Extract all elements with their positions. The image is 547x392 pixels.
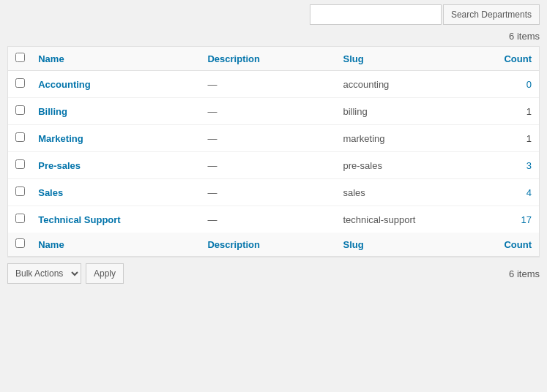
footer-slug: Slug	[335, 233, 471, 257]
row-checkbox-cell	[8, 152, 31, 179]
table-row: Technical Support — technical-support 17	[8, 206, 539, 233]
search-input[interactable]	[310, 4, 442, 25]
header-count: Count	[471, 47, 539, 71]
table-row: Pre-sales — pre-sales 3	[8, 152, 539, 179]
table-footer-row: Name Description Slug Count	[8, 233, 539, 257]
row-count: 1	[471, 125, 539, 152]
select-all-checkbox-footer[interactable]	[15, 238, 25, 248]
header-checkbox-cell	[8, 47, 31, 71]
header-name[interactable]: Name	[31, 47, 200, 71]
row-slug: pre-sales	[335, 152, 471, 179]
row-count: 0	[471, 71, 539, 98]
table-row: Marketing — marketing 1	[8, 125, 539, 152]
row-slug: sales	[335, 179, 471, 206]
row-description: —	[200, 179, 335, 206]
row-checkbox-cell	[8, 179, 31, 206]
row-name[interactable]: Technical Support	[31, 206, 200, 233]
row-name[interactable]: Billing	[31, 98, 200, 125]
row-description: —	[200, 152, 335, 179]
row-count: 4	[471, 179, 539, 206]
footer-count: Count	[471, 233, 539, 257]
departments-table: Name Description Slug Count Accounting —…	[8, 47, 539, 257]
apply-button[interactable]: Apply	[86, 263, 124, 284]
table-header-row: Name Description Slug Count	[8, 47, 539, 71]
row-slug: accounting	[335, 71, 471, 98]
footer-checkbox-cell	[8, 233, 31, 257]
row-checkbox-cell	[8, 125, 31, 152]
departments-table-container: Name Description Slug Count Accounting —…	[7, 46, 540, 257]
row-checkbox-cell	[8, 98, 31, 125]
table-row: Sales — sales 4	[8, 179, 539, 206]
row-checkbox[interactable]	[15, 186, 25, 196]
row-count: 3	[471, 152, 539, 179]
header-description: Description	[200, 47, 335, 71]
row-name[interactable]: Marketing	[31, 125, 200, 152]
row-description: —	[200, 98, 335, 125]
row-slug: technical-support	[335, 206, 471, 233]
table-row: Billing — billing 1	[8, 98, 539, 125]
row-count: 1	[471, 98, 539, 125]
department-link[interactable]: Sales	[38, 187, 63, 198]
row-checkbox[interactable]	[15, 214, 25, 223]
table-row: Accounting — accounting 0	[8, 71, 539, 98]
row-slug: marketing	[335, 125, 471, 152]
bulk-actions-wrap: Bulk Actions Apply	[7, 263, 124, 284]
bottom-bar: Bulk Actions Apply 6 items	[0, 257, 547, 290]
select-all-checkbox[interactable]	[15, 53, 25, 62]
department-link[interactable]: Billing	[38, 106, 67, 117]
row-checkbox-cell	[8, 71, 31, 98]
row-checkbox[interactable]	[15, 159, 25, 169]
page-wrapper: Search Departments 6 items Name Descript…	[0, 0, 547, 290]
row-checkbox-cell	[8, 206, 31, 233]
row-description: —	[200, 71, 335, 98]
items-count-bottom: 6 items	[509, 268, 540, 279]
header-slug: Slug	[335, 47, 471, 71]
bulk-actions-select[interactable]: Bulk Actions	[7, 263, 81, 284]
row-name[interactable]: Sales	[31, 179, 200, 206]
row-name[interactable]: Accounting	[31, 71, 200, 98]
row-checkbox[interactable]	[15, 105, 25, 115]
footer-name[interactable]: Name	[31, 233, 200, 257]
row-count: 17	[471, 206, 539, 233]
department-link[interactable]: Pre-sales	[38, 160, 81, 171]
department-link[interactable]: Marketing	[38, 133, 83, 144]
row-name[interactable]: Pre-sales	[31, 152, 200, 179]
row-checkbox[interactable]	[15, 132, 25, 142]
row-description: —	[200, 125, 335, 152]
search-departments-button[interactable]: Search Departments	[443, 4, 540, 25]
table-body: Accounting — accounting 0 Billing — bill…	[8, 71, 539, 233]
department-link[interactable]: Accounting	[38, 79, 91, 90]
footer-description: Description	[200, 233, 335, 257]
top-bar: Search Departments	[0, 0, 547, 29]
row-slug: billing	[335, 98, 471, 125]
items-count-top: 6 items	[0, 29, 547, 46]
row-checkbox[interactable]	[15, 78, 25, 88]
department-link[interactable]: Technical Support	[38, 214, 120, 225]
row-description: —	[200, 206, 335, 233]
